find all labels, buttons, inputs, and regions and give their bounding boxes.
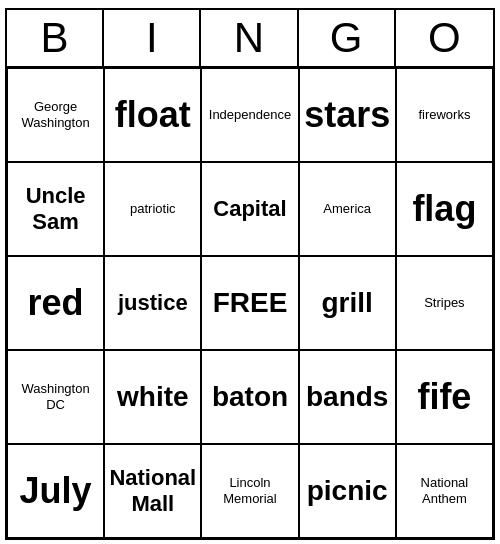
header-letter: O xyxy=(396,10,493,66)
grid-cell: Washington DC xyxy=(7,350,104,444)
cell-text: Uncle Sam xyxy=(12,183,99,236)
cell-text: Lincoln Memorial xyxy=(206,475,293,506)
cell-text: America xyxy=(323,201,371,217)
header-letter: I xyxy=(104,10,201,66)
grid-cell: red xyxy=(7,256,104,350)
grid-cell: justice xyxy=(104,256,201,350)
bingo-card: BINGO George WashingtonfloatIndependence… xyxy=(5,8,495,540)
grid-cell: July xyxy=(7,444,104,538)
grid-cell: picnic xyxy=(299,444,396,538)
cell-text: grill xyxy=(322,286,373,320)
cell-text: Washington DC xyxy=(12,381,99,412)
grid-cell: Lincoln Memorial xyxy=(201,444,298,538)
grid-cell: National Anthem xyxy=(396,444,493,538)
grid-cell: bands xyxy=(299,350,396,444)
cell-text: July xyxy=(20,469,92,512)
cell-text: float xyxy=(115,93,191,136)
grid-cell: Stripes xyxy=(396,256,493,350)
cell-text: stars xyxy=(304,93,390,136)
grid-cell: patriotic xyxy=(104,162,201,256)
grid-cell: white xyxy=(104,350,201,444)
header-letter: B xyxy=(7,10,104,66)
cell-text: fife xyxy=(417,375,471,418)
cell-text: flag xyxy=(412,187,476,230)
cell-text: bands xyxy=(306,380,388,414)
header-letter: G xyxy=(299,10,396,66)
cell-text: National Mall xyxy=(109,465,196,518)
cell-text: George Washington xyxy=(12,99,99,130)
cell-text: Independence xyxy=(209,107,291,123)
cell-text: baton xyxy=(212,380,288,414)
cell-text: FREE xyxy=(213,286,288,320)
grid-cell: baton xyxy=(201,350,298,444)
cell-text: Stripes xyxy=(424,295,464,311)
grid-cell: stars xyxy=(299,68,396,162)
grid-cell: fireworks xyxy=(396,68,493,162)
grid-cell: Uncle Sam xyxy=(7,162,104,256)
grid-cell: float xyxy=(104,68,201,162)
grid-cell: Capital xyxy=(201,162,298,256)
bingo-header: BINGO xyxy=(5,8,495,66)
grid-cell: grill xyxy=(299,256,396,350)
cell-text: National Anthem xyxy=(401,475,488,506)
cell-text: Capital xyxy=(213,196,286,222)
cell-text: picnic xyxy=(307,474,388,508)
cell-text: justice xyxy=(118,290,188,316)
grid-cell: George Washington xyxy=(7,68,104,162)
cell-text: red xyxy=(28,281,84,324)
header-letter: N xyxy=(201,10,298,66)
grid-cell: Independence xyxy=(201,68,298,162)
cell-text: white xyxy=(117,380,189,414)
grid-cell: FREE xyxy=(201,256,298,350)
cell-text: patriotic xyxy=(130,201,176,217)
cell-text: fireworks xyxy=(418,107,470,123)
grid-cell: fife xyxy=(396,350,493,444)
grid-cell: flag xyxy=(396,162,493,256)
grid-cell: National Mall xyxy=(104,444,201,538)
grid-cell: America xyxy=(299,162,396,256)
bingo-grid: George WashingtonfloatIndependencestarsf… xyxy=(5,66,495,540)
